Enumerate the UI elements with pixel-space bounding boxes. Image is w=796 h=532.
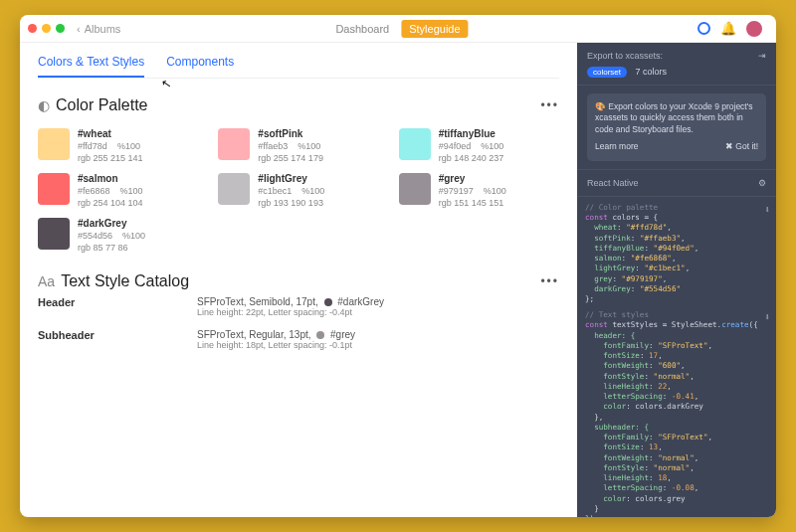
textstyle-row[interactable]: SubheaderSFProText, Regular, 13pt, #grey…: [38, 323, 559, 356]
top-right: 🔔: [697, 21, 768, 37]
text-style-section: Aa Text Style Catalog ••• HeaderSFProTex…: [38, 272, 559, 356]
textstyle-more-icon[interactable]: •••: [540, 274, 559, 288]
rn-section-head[interactable]: React Native ⚙: [577, 170, 776, 197]
swatch-rgb: rgb 255 174 179: [258, 153, 323, 163]
textstyle-row[interactable]: HeaderSFProText, Semibold, 17pt, #darkGr…: [38, 290, 559, 323]
textstyle-title: Text Style Catalog: [61, 272, 189, 290]
minimize-icon[interactable]: [42, 24, 51, 33]
swatch-rgb: rgb 254 104 104: [78, 198, 143, 208]
color-swatch: [399, 173, 431, 205]
colorset-count: 7 colors: [636, 67, 668, 77]
swatch-pct: %100: [122, 231, 145, 241]
swatch-name: #tiffanyBlue: [439, 128, 504, 139]
palette-title: Color Palette: [56, 96, 148, 114]
textstyle-name: Header: [38, 296, 197, 317]
banner-section: 🎨 Export colors to your Xcode 9 project'…: [577, 86, 776, 170]
traffic-lights: [28, 24, 65, 33]
swatch-pct: %100: [301, 186, 324, 196]
swatch-hex: #979197: [439, 186, 474, 196]
palette-more-icon[interactable]: •••: [540, 98, 559, 112]
swatch-row[interactable]: #grey#979197%100rgb 151 145 151: [399, 173, 559, 208]
textstyle-spec: SFProText, Regular, 13pt, #grey: [197, 329, 559, 340]
swatch-name: #darkGrey: [78, 218, 145, 229]
palette-icon: ◐: [38, 97, 50, 113]
main-pane: Colors & Text Styles Components ↖ ◐ Colo…: [20, 43, 577, 517]
textstyle-detail: Line height: 18pt, Letter spacing: -0.1p…: [197, 340, 559, 350]
nav-dashboard[interactable]: Dashboard: [327, 20, 397, 38]
swatch-row[interactable]: #salmon#fe6868%100rgb 254 104 104: [38, 173, 198, 208]
tabs: Colors & Text Styles Components: [38, 55, 559, 79]
swatch-row[interactable]: #lightGrey#c1bec1%100rgb 193 190 193: [218, 173, 378, 208]
swatch-hex: #c1bec1: [258, 186, 292, 196]
palette-section-head: ◐ Color Palette •••: [38, 96, 559, 114]
learn-more-link[interactable]: Learn more: [595, 141, 638, 152]
swatch-row[interactable]: #darkGrey#554d56%100rgb 85 77 86: [38, 218, 198, 253]
palette-grid: #wheat#ffd78d%100rgb 255 215 141#softPin…: [38, 128, 559, 253]
color-swatch: [218, 173, 250, 205]
swatch-pct: %100: [120, 186, 143, 196]
swatch-meta: #tiffanyBlue#94f0ed%100rgb 148 240 237: [439, 128, 504, 163]
got-it-button[interactable]: ✖ Got it!: [725, 141, 758, 152]
code-textstyles: ⬇// Text styles const textStyles = Style…: [577, 304, 776, 517]
body: Colors & Text Styles Components ↖ ◐ Colo…: [20, 43, 776, 517]
tab-colors-text-styles[interactable]: Colors & Text Styles: [38, 55, 144, 78]
swatch-rgb: rgb 193 190 193: [258, 198, 324, 208]
swatch-meta: #softPink#ffaeb3%100rgb 255 174 179: [258, 128, 323, 163]
swatch-hex: #94f0ed: [439, 141, 472, 151]
swatch-pct: %100: [298, 141, 320, 151]
swatch-meta: #darkGrey#554d56%100rgb 85 77 86: [78, 218, 145, 253]
swatch-hex: #ffd78d: [78, 141, 107, 151]
swatch-meta: #grey#979197%100rgb 151 145 151: [439, 173, 506, 208]
swatch-hex: #ffaeb3: [258, 141, 288, 151]
swatch-name: #softPink: [258, 128, 323, 139]
swatch-rgb: rgb 148 240 237: [439, 153, 504, 163]
download-icon[interactable]: ⬇: [764, 310, 770, 324]
close-icon[interactable]: [28, 24, 37, 33]
bell-icon[interactable]: 🔔: [720, 21, 736, 36]
chevron-left-icon: ‹: [77, 23, 81, 35]
swatch-rgb: rgb 255 215 141: [78, 153, 143, 163]
swatch-meta: #lightGrey#c1bec1%100rgb 193 190 193: [258, 173, 324, 208]
swatch-meta: #wheat#ffd78d%100rgb 255 215 141: [78, 128, 143, 163]
code-colors: ⬇// Color palette const colors = { wheat…: [577, 197, 776, 304]
swatch-row[interactable]: #softPink#ffaeb3%100rgb 255 174 179: [218, 128, 378, 163]
back-label: Albums: [85, 23, 121, 35]
export-section: Export to xcassets: ⇥ colorset 7 colors: [577, 43, 776, 86]
colorset-pill[interactable]: colorset: [587, 67, 627, 78]
side-panel: Export to xcassets: ⇥ colorset 7 colors …: [577, 43, 776, 517]
swatch-hex: #fe6868: [78, 186, 110, 196]
avatar[interactable]: [746, 21, 762, 37]
zoom-icon[interactable]: [56, 24, 65, 33]
color-swatch: [38, 173, 70, 205]
color-swatch: [38, 128, 70, 160]
textstyle-name: Subheader: [38, 329, 197, 350]
swatch-name: #lightGrey: [258, 173, 324, 184]
export-arrow-icon[interactable]: ⇥: [758, 51, 766, 61]
textstyle-spec: SFProText, Semibold, 17pt, #darkGrey: [197, 296, 559, 307]
swatch-meta: #salmon#fe6868%100rgb 254 104 104: [78, 173, 143, 208]
swatch-rgb: rgb 85 77 86: [78, 243, 145, 253]
swatch-rgb: rgb 151 145 151: [439, 198, 506, 208]
color-swatch: [218, 128, 250, 160]
app-window: ‹ Albums Dashboard Styleguide 🔔 Colors &…: [20, 15, 776, 517]
swatch-pct: %100: [481, 141, 503, 151]
swatch-row[interactable]: #wheat#ffd78d%100rgb 255 215 141: [38, 128, 198, 163]
swatch-pct: %100: [117, 141, 140, 151]
tab-components[interactable]: Components: [166, 55, 234, 78]
settings-icon[interactable]: ⚙: [758, 178, 766, 188]
sync-status-icon[interactable]: [697, 22, 710, 35]
export-banner: 🎨 Export colors to your Xcode 9 project'…: [587, 93, 766, 161]
download-icon[interactable]: ⬇: [764, 203, 770, 217]
swatch-name: #salmon: [78, 173, 143, 184]
color-swatch: [38, 218, 70, 250]
swatch-name: #grey: [439, 173, 506, 184]
top-nav: Dashboard Styleguide: [327, 20, 468, 38]
nav-styleguide[interactable]: Styleguide: [401, 20, 468, 38]
swatch-pct: %100: [484, 186, 506, 196]
back-nav[interactable]: ‹ Albums: [77, 23, 120, 35]
banner-text: 🎨 Export colors to your Xcode 9 project'…: [595, 101, 758, 135]
swatch-hex: #554d56: [78, 231, 112, 241]
swatch-row[interactable]: #tiffanyBlue#94f0ed%100rgb 148 240 237: [399, 128, 559, 163]
text-icon: Aa: [38, 273, 55, 289]
swatch-name: #wheat: [78, 128, 143, 139]
